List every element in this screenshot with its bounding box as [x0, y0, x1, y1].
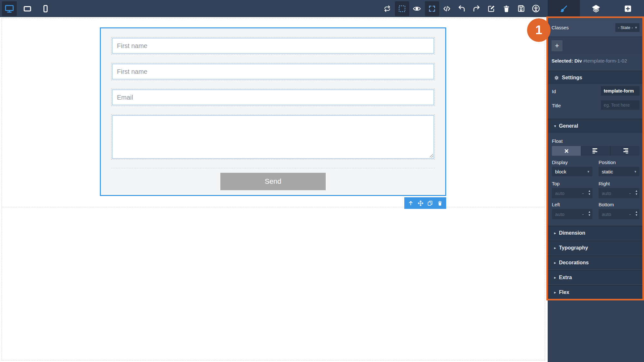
first-name-input[interactable]	[112, 38, 434, 54]
state-selector[interactable]: - State - ▾	[615, 23, 639, 32]
typography-section-title: Typography	[559, 245, 588, 251]
float-none-button[interactable]	[552, 146, 581, 156]
message-textarea[interactable]	[112, 115, 434, 159]
redo-button[interactable]	[469, 1, 484, 16]
selected-element-name: Div	[574, 58, 582, 64]
decorations-section-title: Decorations	[559, 260, 589, 266]
settings-section-header[interactable]: Settings	[548, 71, 644, 84]
export-code-button[interactable]	[440, 1, 454, 16]
fullscreen-button[interactable]	[425, 1, 439, 16]
spinner-arrows-icon[interactable]: ▴▾	[589, 189, 590, 196]
float-right-icon	[622, 148, 628, 153]
float-left-button[interactable]	[581, 146, 610, 156]
accessibility-person-icon	[532, 4, 540, 13]
unit-label[interactable]: -	[629, 211, 631, 217]
style-manager-panel: Classes - State - ▾ + Selected: Div #tem…	[548, 17, 644, 362]
chevron-right-icon: ▸	[554, 276, 556, 279]
device-mobile-button[interactable]	[38, 1, 53, 16]
dimension-section-header[interactable]: ▸ Dimension	[548, 226, 644, 240]
selected-element-row: Selected: Div #template-form-1-02	[548, 55, 644, 67]
delete-icon[interactable]	[437, 200, 443, 206]
open-style-manager-button[interactable]	[548, 0, 580, 17]
device-tablet-button[interactable]	[20, 1, 35, 16]
form-group	[111, 63, 435, 80]
right-input[interactable]	[599, 188, 629, 198]
decorations-section-header[interactable]: ▸ Decorations	[548, 255, 644, 269]
flex-section-title: Flex	[559, 289, 569, 295]
title-input[interactable]	[601, 100, 639, 110]
left-spinner: - ▴▾	[552, 209, 592, 219]
resize-handle-icon[interactable]	[429, 153, 433, 158]
general-section-title: General	[559, 123, 578, 129]
accessibility-button[interactable]	[529, 1, 543, 16]
spinner-arrows-icon[interactable]: ▴▾	[636, 189, 637, 196]
x-icon	[564, 149, 569, 153]
general-section-header[interactable]: ▾ General	[548, 119, 644, 133]
device-desktop-button[interactable]	[2, 1, 17, 16]
email-input[interactable]	[112, 90, 434, 105]
flex-section-header[interactable]: ▸ Flex	[548, 285, 644, 299]
add-class-button[interactable]: +	[552, 40, 562, 51]
action-toolbar	[380, 0, 543, 17]
open-layers-button[interactable]	[580, 0, 612, 17]
form-group	[111, 89, 435, 106]
id-label: Id	[552, 89, 556, 94]
chevron-down-icon: ▾	[554, 124, 556, 128]
unit-label[interactable]: -	[629, 191, 631, 196]
chevron-down-icon: ▾	[635, 26, 637, 29]
undo-arrow-icon	[457, 5, 466, 13]
chevron-right-icon: ▸	[554, 290, 556, 294]
form-group	[111, 37, 435, 54]
float-right-button[interactable]	[610, 146, 639, 156]
float-left-icon	[592, 148, 599, 153]
bottom-label: Bottom	[599, 202, 614, 207]
position-select[interactable]: static ▾	[599, 167, 639, 176]
save-button[interactable]	[514, 1, 528, 16]
import-edit-button[interactable]	[484, 1, 498, 16]
edit-pencil-square-icon	[487, 5, 495, 13]
extra-section-title: Extra	[559, 275, 572, 280]
send-button[interactable]: Send	[220, 173, 326, 190]
unit-label[interactable]: -	[582, 191, 584, 196]
selected-element-id: #template-form-1-02	[583, 58, 627, 64]
display-label: Display	[552, 160, 568, 165]
first-name-input-2[interactable]	[112, 64, 434, 79]
swap-arrows-icon[interactable]	[380, 1, 394, 16]
float-label: Float	[552, 138, 562, 144]
left-input[interactable]	[552, 209, 582, 219]
typography-section-header[interactable]: ▸ Typography	[548, 240, 644, 255]
copy-icon[interactable]	[427, 200, 433, 206]
dimension-section-title: Dimension	[559, 230, 585, 236]
top-input[interactable]	[552, 188, 582, 198]
spinner-arrows-icon[interactable]: ▴▾	[636, 210, 637, 217]
fullscreen-brackets-icon	[428, 5, 436, 13]
preview-button[interactable]	[410, 1, 424, 16]
layers-icon	[591, 4, 601, 13]
extra-section-header[interactable]: ▸ Extra	[548, 270, 644, 284]
bottom-input[interactable]	[599, 209, 629, 219]
open-blocks-button[interactable]	[612, 0, 644, 17]
selected-form-container[interactable]: Send	[100, 27, 446, 196]
spinner-arrows-icon[interactable]: ▴▾	[589, 210, 590, 217]
panel-switcher	[548, 0, 644, 17]
gear-icon	[554, 75, 559, 80]
dashed-square-icon	[398, 5, 406, 13]
editor-canvas[interactable]: Send	[0, 17, 548, 362]
display-select[interactable]: block ▾	[552, 167, 592, 176]
undo-button[interactable]	[455, 1, 469, 16]
form-footer: Send	[111, 168, 435, 190]
top-toolbar	[0, 0, 644, 17]
toggle-borders-button[interactable]	[395, 1, 409, 16]
trash-icon	[503, 5, 510, 13]
unit-label[interactable]: -	[582, 211, 584, 217]
top-label: Top	[552, 181, 560, 186]
select-parent-arrow-icon[interactable]	[408, 200, 414, 206]
float-button-group	[552, 146, 639, 156]
paintbrush-icon	[559, 4, 568, 13]
move-icon[interactable]	[417, 200, 424, 206]
device-switcher	[2, 0, 53, 17]
right-label: Right	[599, 181, 610, 186]
clear-canvas-button[interactable]	[499, 1, 514, 16]
step-annotation-badge: 1	[527, 18, 551, 42]
id-input[interactable]	[601, 86, 639, 96]
